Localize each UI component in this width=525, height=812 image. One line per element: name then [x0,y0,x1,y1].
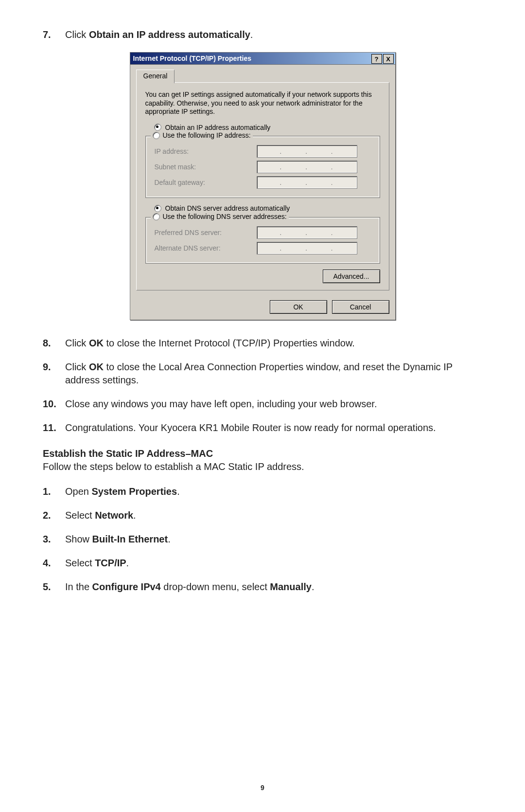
step-number: 10. [43,397,65,411]
dialog-description: You can get IP settings assigned automat… [145,90,380,116]
step-number: 8. [43,337,65,350]
list-item: 2.Select Network. [43,509,482,522]
radio-icon [154,205,161,212]
preferred-dns-input[interactable]: ... [257,226,357,239]
step-number: 1. [43,485,65,498]
step-number: 7. [43,28,65,41]
step-number: 11. [43,421,65,434]
step-body: Open System Properties. [65,485,482,498]
step-body: In the Configure IPv4 drop-down menu, se… [65,580,482,594]
step-body: Click OK to close the Local Area Connect… [65,361,482,387]
ordered-list-mac: 1.Open System Properties.2.Select Networ… [43,485,482,594]
advanced-button[interactable]: Advanced... [323,270,380,283]
step-body: Select Network. [65,509,482,522]
dialog-title: Internet Protocol (TCP/IP) Properties [133,54,251,63]
default-gateway-input[interactable]: ... [257,176,357,189]
list-item: 10.Close any windows you may have left o… [43,397,482,411]
list-item: 11.Congratulations. Your Kyocera KR1 Mob… [43,421,482,434]
cancel-button[interactable]: Cancel [332,300,389,314]
field-ip-address: IP address: ... [155,145,373,158]
list-item: 8.Click OK to close the Internet Protoco… [43,337,482,350]
radio-label: Use the following IP address: [163,131,251,140]
step-number: 9. [43,361,65,387]
tab-strip: General [136,70,389,83]
field-subnet-mask: Subnet mask: ... [155,161,373,173]
step-7: 7. Click Obtain an IP address automatica… [43,28,482,41]
step-number: 4. [43,557,65,570]
step-body: Congratulations. Your Kyocera KR1 Mobile… [65,421,482,434]
ordered-list-top: 7. Click Obtain an IP address automatica… [43,28,482,41]
group-ip-manual: Use the following IP address: IP address… [145,136,380,198]
radio-icon [154,124,161,131]
list-item: 1.Open System Properties. [43,485,482,498]
tab-general[interactable]: General [136,70,175,83]
step-body: Click Obtain an IP address automatically… [65,28,482,41]
subnet-mask-input[interactable]: ... [257,161,357,173]
radio-icon[interactable] [153,213,160,220]
radio-label: Use the following DNS server addresses: [163,212,287,221]
help-button[interactable]: ? [371,54,382,64]
ip-address-input[interactable]: ... [257,145,357,158]
close-button[interactable]: X [383,54,394,64]
step-body: Show Built-In Ethernet. [65,533,482,546]
step-body: Select TCP/IP. [65,557,482,570]
step-number: 5. [43,580,65,594]
step-body: Click OK to close the Internet Protocol … [65,337,482,350]
section-heading: Establish the Static IP Address–MAC [43,447,482,460]
step-number: 3. [43,533,65,546]
list-item: 5.In the Configure IPv4 drop-down menu, … [43,580,482,594]
page-number: 9 [0,783,525,793]
list-item: 4.Select TCP/IP. [43,557,482,570]
ok-button[interactable]: OK [270,300,327,314]
dialog-titlebar: Internet Protocol (TCP/IP) Properties ? … [130,53,395,65]
list-item: 9.Click OK to close the Local Area Conne… [43,361,482,387]
step-number: 2. [43,509,65,522]
alternate-dns-input[interactable]: ... [257,242,357,254]
ordered-list-mid: 8.Click OK to close the Internet Protoco… [43,337,482,434]
group-dns-manual: Use the following DNS server addresses: … [145,217,380,264]
section-static-ip-mac: Establish the Static IP Address–MAC Foll… [43,447,482,473]
field-default-gateway: Default gateway: ... [155,176,373,189]
field-alternate-dns: Alternate DNS server: ... [155,242,373,254]
tcpip-properties-dialog: Internet Protocol (TCP/IP) Properties ? … [130,52,396,320]
radio-icon[interactable] [153,132,160,139]
tab-panel-general: You can get IP settings assigned automat… [136,82,389,290]
field-preferred-dns: Preferred DNS server: ... [155,226,373,239]
list-item: 3.Show Built-In Ethernet. [43,533,482,546]
section-subtext: Follow the steps below to establish a MA… [43,460,482,473]
step-body: Close any windows you may have left open… [65,397,482,411]
